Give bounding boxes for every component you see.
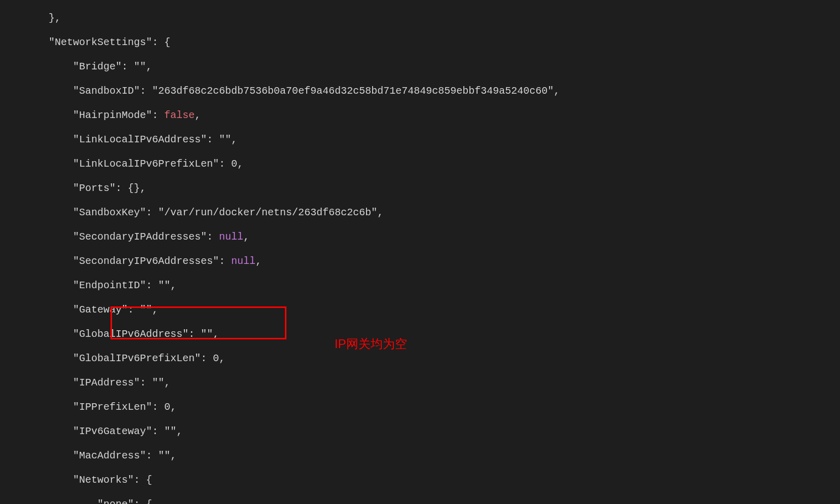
json-key: "IPv6Gateway" — [73, 425, 152, 437]
json-value: "" — [158, 280, 170, 291]
code-line: "LinkLocalIPv6PrefixLen": 0, — [0, 158, 840, 170]
json-key: "GlobalIPv6Address" — [73, 328, 189, 340]
json-value: "" — [164, 425, 176, 437]
code-line: "SecondaryIPv6Addresses": null, — [0, 255, 840, 267]
code-line: "Bridge": "", — [0, 61, 840, 73]
json-value: "/var/run/docker/netns/263df68c2c6b" — [158, 207, 377, 218]
code-line: "Networks": { — [0, 474, 840, 486]
json-key: "none" — [97, 498, 134, 504]
code-line: "Ports": {}, — [0, 182, 840, 195]
code-line: "IPAddress": "", — [0, 377, 840, 389]
json-key: "SandboxKey" — [73, 207, 146, 218]
code-line: "IPPrefixLen": 0, — [0, 401, 840, 413]
code-line: "NetworkSettings": { — [0, 36, 840, 49]
json-value: "263df68c2c6bdb7536b0a70ef9a46d32c58bd71… — [152, 85, 554, 97]
json-key: "Networks" — [73, 474, 134, 486]
code-line: "EndpointID": "", — [0, 280, 840, 292]
json-key: "Bridge" — [73, 61, 122, 72]
json-value: "" — [140, 304, 152, 316]
code-line: "HairpinMode": false, — [0, 109, 840, 122]
code-line: "SecondaryIPAddresses": null, — [0, 231, 840, 243]
json-value: 0 — [164, 401, 170, 413]
json-key: "Ports" — [73, 182, 116, 194]
json-key: "LinkLocalIPv6PrefixLen" — [73, 158, 219, 170]
json-key: "Gateway" — [73, 304, 128, 316]
code-line: "Gateway": "", — [0, 304, 840, 316]
code-line: "SandboxID": "263df68c2c6bdb7536b0a70ef9… — [0, 85, 840, 97]
json-key: "SecondaryIPv6Addresses" — [73, 255, 219, 267]
json-value: "" — [152, 377, 164, 389]
json-value: 0 — [231, 158, 237, 170]
code-line: "IPv6Gateway": "", — [0, 425, 840, 438]
json-key: "SecondaryIPAddresses" — [73, 231, 207, 243]
code-line: "GlobalIPv6PrefixLen": 0, — [0, 353, 840, 365]
json-key: "SandboxID" — [73, 85, 140, 97]
json-key: "HairpinMode" — [73, 109, 152, 121]
json-value: "" — [219, 134, 231, 145]
code-line: "SandboxKey": "/var/run/docker/netns/263… — [0, 207, 840, 219]
json-key: "NetworkSettings" — [49, 36, 152, 48]
json-value-null: null — [231, 255, 255, 267]
code-line: "none": { — [0, 498, 840, 504]
json-value: 0 — [213, 353, 219, 364]
code-line: "MacAddress": "", — [0, 450, 840, 462]
json-key: "GlobalIPv6PrefixLen" — [73, 353, 201, 364]
json-value: "" — [201, 328, 213, 340]
code-line: "LinkLocalIPv6Address": "", — [0, 134, 840, 146]
json-value: "" — [158, 450, 170, 461]
json-value: {} — [128, 182, 140, 194]
json-key: "EndpointID" — [73, 280, 146, 291]
json-value-false: false — [164, 109, 195, 121]
json-value: "" — [134, 61, 146, 72]
json-value-null: null — [219, 231, 243, 243]
json-key: "LinkLocalIPv6Address" — [73, 134, 207, 145]
json-key: "IPAddress" — [73, 377, 140, 389]
json-code-output: }, "NetworkSettings": { "Bridge": "", "S… — [0, 0, 840, 504]
code-line: }, — [0, 12, 840, 24]
json-key: "IPPrefixLen" — [73, 401, 152, 413]
code-line: "GlobalIPv6Address": "", — [0, 328, 840, 340]
json-key: "MacAddress" — [73, 450, 146, 461]
